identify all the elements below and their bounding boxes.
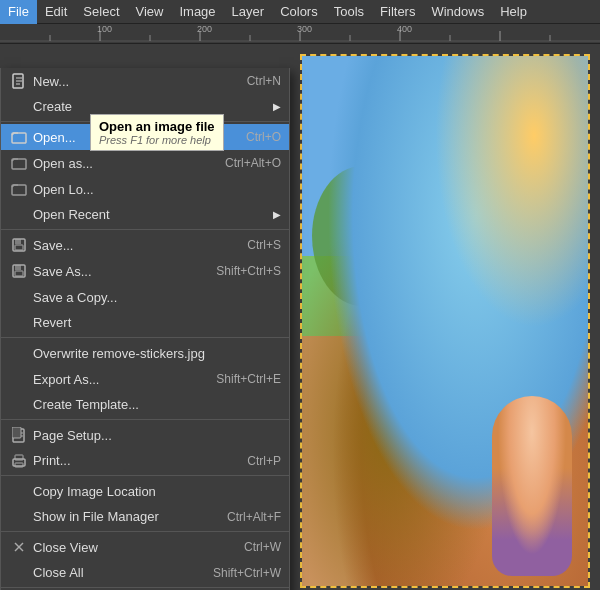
svg-rect-42 xyxy=(15,271,23,276)
page-setup-icon xyxy=(9,427,29,443)
canvas-area xyxy=(290,44,600,590)
new-shortcut: Ctrl+N xyxy=(247,74,281,88)
svg-text:100: 100 xyxy=(97,24,112,34)
export-as-label: Export As... xyxy=(33,372,196,387)
menu-item-close-view[interactable]: Close View Ctrl+W xyxy=(1,534,289,560)
save-as-icon xyxy=(9,264,29,278)
menubar-item-tools[interactable]: Tools xyxy=(326,0,372,24)
svg-rect-19 xyxy=(302,336,590,586)
svg-point-21 xyxy=(312,166,412,306)
ruler: 100 200 300 400 xyxy=(0,24,600,44)
menubar-item-filters[interactable]: Filters xyxy=(372,0,423,24)
export-as-shortcut: Shift+Ctrl+E xyxy=(216,372,281,386)
menubar-item-file[interactable]: File xyxy=(0,0,37,24)
svg-text:300: 300 xyxy=(297,24,312,34)
save-as-shortcut: Shift+Ctrl+S xyxy=(216,264,281,278)
canvas-image xyxy=(302,56,590,586)
print-shortcut: Ctrl+P xyxy=(247,454,281,468)
close-all-label: Close All xyxy=(33,565,193,580)
create-arrow: ▶ xyxy=(273,101,281,112)
menubar-item-help[interactable]: Help xyxy=(492,0,535,24)
close-view-icon xyxy=(9,541,29,553)
save-as-label: Save As... xyxy=(33,264,196,279)
svg-rect-36 xyxy=(12,185,26,195)
save-shortcut: Ctrl+S xyxy=(247,238,281,252)
create-template-label: Create Template... xyxy=(33,397,281,412)
save-label: Save... xyxy=(33,238,227,253)
open-shortcut: Ctrl+O xyxy=(246,130,281,144)
overwrite-label: Overwrite remove-stickers.jpg xyxy=(33,346,281,361)
file-dropdown-menu: New... Ctrl+N Create ▶ Open... Ctrl+O Op… xyxy=(0,68,290,590)
menubar-item-colors[interactable]: Colors xyxy=(272,0,326,24)
svg-point-20 xyxy=(507,61,577,131)
open-label: Open... xyxy=(33,130,226,145)
menu-item-create-template[interactable]: Create Template... xyxy=(1,392,289,420)
menu-item-save-copy[interactable]: Save a Copy... xyxy=(1,284,289,310)
svg-rect-46 xyxy=(12,427,21,438)
menubar-item-windows[interactable]: Windows xyxy=(423,0,492,24)
content-area: New... Ctrl+N Create ▶ Open... Ctrl+O Op… xyxy=(0,44,600,590)
menubar-item-select[interactable]: Select xyxy=(75,0,127,24)
menu-item-save-as[interactable]: Save As... Shift+Ctrl+S xyxy=(1,258,289,284)
open-location-icon xyxy=(9,182,29,196)
svg-rect-17 xyxy=(302,56,590,256)
svg-point-23 xyxy=(487,346,557,526)
save-icon xyxy=(9,238,29,252)
menu-item-new[interactable]: New... Ctrl+N xyxy=(1,68,289,94)
open-as-label: Open as... xyxy=(33,156,205,171)
print-label: Print... xyxy=(33,453,227,468)
menu-item-copy-location[interactable]: Copy Image Location xyxy=(1,478,289,504)
canvas-border xyxy=(300,54,590,588)
menubar: File Edit Select View Image Layer Colors… xyxy=(0,0,600,24)
svg-point-29 xyxy=(457,466,507,526)
svg-rect-39 xyxy=(15,245,23,250)
open-recent-label: Open Recent xyxy=(33,207,269,222)
print-icon xyxy=(9,454,29,468)
menu-item-save[interactable]: Save... Ctrl+S xyxy=(1,232,289,258)
menu-item-close-all[interactable]: Close All Shift+Ctrl+W xyxy=(1,560,289,588)
open-as-shortcut: Ctrl+Alt+O xyxy=(225,156,281,170)
revert-label: Revert xyxy=(33,315,281,330)
menu-item-create[interactable]: Create ▶ xyxy=(1,94,289,122)
svg-text:400: 400 xyxy=(397,24,412,34)
svg-rect-26 xyxy=(557,281,560,311)
copy-location-label: Copy Image Location xyxy=(33,484,281,499)
show-manager-label: Show in File Manager xyxy=(33,509,207,524)
svg-text:200: 200 xyxy=(197,24,212,34)
open-location-label: Open Lo... xyxy=(33,182,281,197)
menu-item-print[interactable]: Print... Ctrl+P xyxy=(1,448,289,476)
open-as-icon xyxy=(9,156,29,170)
create-label: Create xyxy=(33,99,269,114)
open-icon xyxy=(9,130,29,144)
svg-rect-34 xyxy=(12,133,26,143)
save-copy-label: Save a Copy... xyxy=(33,290,281,305)
page-setup-label: Page Setup... xyxy=(33,428,281,443)
menu-item-open-as[interactable]: Open as... Ctrl+Alt+O xyxy=(1,150,289,176)
svg-point-25 xyxy=(540,228,584,284)
svg-point-22 xyxy=(442,146,562,306)
menu-item-show-manager[interactable]: Show in File Manager Ctrl+Alt+F xyxy=(1,504,289,532)
svg-point-24 xyxy=(494,311,550,381)
svg-rect-18 xyxy=(302,256,590,336)
menu-item-export-as[interactable]: Export As... Shift+Ctrl+E xyxy=(1,366,289,392)
menu-item-open-location[interactable]: Open Lo... xyxy=(1,176,289,202)
menu-item-open-recent[interactable]: Open Recent ▶ xyxy=(1,202,289,230)
new-icon xyxy=(9,73,29,89)
menu-item-open[interactable]: Open... Ctrl+O xyxy=(1,124,289,150)
svg-point-27 xyxy=(512,456,572,576)
menu-item-overwrite[interactable]: Overwrite remove-stickers.jpg xyxy=(1,340,289,366)
menu-item-revert[interactable]: Revert xyxy=(1,310,289,338)
close-all-shortcut: Shift+Ctrl+W xyxy=(213,566,281,580)
menubar-item-layer[interactable]: Layer xyxy=(224,0,273,24)
menu-item-page-setup[interactable]: Page Setup... xyxy=(1,422,289,448)
menubar-item-view[interactable]: View xyxy=(128,0,172,24)
close-view-shortcut: Ctrl+W xyxy=(244,540,281,554)
menubar-item-image[interactable]: Image xyxy=(171,0,223,24)
show-manager-shortcut: Ctrl+Alt+F xyxy=(227,510,281,524)
svg-rect-38 xyxy=(15,239,21,244)
new-label: New... xyxy=(33,74,227,89)
svg-rect-41 xyxy=(15,265,21,270)
menubar-item-edit[interactable]: Edit xyxy=(37,0,75,24)
open-recent-arrow: ▶ xyxy=(273,209,281,220)
svg-point-28 xyxy=(520,431,564,481)
